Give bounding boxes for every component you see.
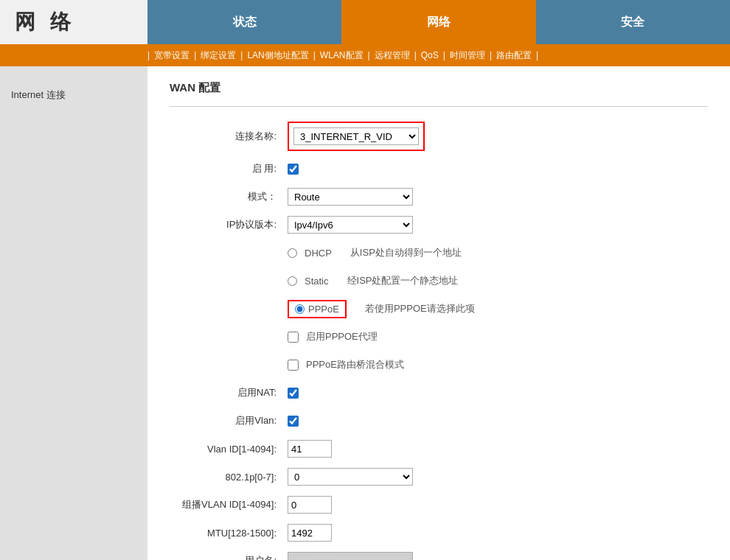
- pppoe-bridge-checkbox[interactable]: [288, 360, 299, 371]
- sidebar: Internet 连接: [0, 66, 147, 560]
- enable-checkbox[interactable]: [288, 164, 299, 175]
- connection-name-select[interactable]: 3_INTERNET_R_VID: [293, 127, 419, 145]
- dot1p-select[interactable]: 0 1 2 3 4 5 6 7: [288, 468, 413, 486]
- highlight-connection-name: 3_INTERNET_R_VID: [288, 122, 425, 151]
- nav-tab-status[interactable]: 状态: [147, 0, 341, 44]
- logo: 网 络: [0, 0, 147, 44]
- mtu-input[interactable]: [288, 524, 332, 542]
- username-label: 用户名:: [170, 554, 288, 560]
- ip-protocol-row: IP协议版本: Ipv4/Ipv6 Ipv4 Ipv6: [170, 214, 708, 235]
- connection-name-row: 连接名称: 3_INTERNET_R_VID: [170, 122, 708, 151]
- subnav-broadband[interactable]: 宽带设置: [150, 49, 194, 62]
- nat-checkbox[interactable]: [288, 388, 299, 399]
- pppoe-proxy-row: 启用PPPOE代理: [170, 326, 708, 347]
- mode-label: 模式：: [170, 190, 288, 203]
- mtu-label: MTU[128-1500]:: [170, 528, 288, 539]
- connection-name-label: 连接名称:: [170, 130, 288, 143]
- logo-text: 网 络: [15, 8, 75, 36]
- subnav-time[interactable]: 时间管理: [445, 49, 490, 62]
- mode-select[interactable]: Route Bridge: [288, 188, 413, 206]
- subnav-route[interactable]: 路由配置: [492, 49, 536, 62]
- pppoe-proxy-checkbox[interactable]: [288, 332, 299, 343]
- dhcp-label: DHCP: [305, 248, 332, 259]
- pppoe-bridge-desc: PPPoE路由桥混合模式: [306, 358, 404, 371]
- username-row: 用户名:: [170, 550, 708, 560]
- nat-label: 启用NAT:: [170, 386, 288, 399]
- pppoe-label: PPPoE: [308, 304, 339, 315]
- nav-tabs: 状态 网络 安全: [147, 0, 730, 44]
- username-input[interactable]: [288, 552, 413, 560]
- vlan-enable-label: 启用Vlan:: [170, 414, 288, 427]
- mtu-row: MTU[128-1500]:: [170, 522, 708, 543]
- subnav-remote[interactable]: 远程管理: [370, 49, 414, 62]
- content-area: WAN 配置 连接名称: 3_INTERNET_R_VID 启 用: 模式：: [147, 66, 730, 560]
- ip-protocol-select[interactable]: Ipv4/Ipv6 Ipv4 Ipv6: [288, 216, 413, 234]
- multicast-vlan-row: 组播VLAN ID[1-4094]:: [170, 494, 708, 515]
- subnav-binding[interactable]: 绑定设置: [196, 49, 240, 62]
- ip-protocol-label: IP协议版本:: [170, 218, 288, 231]
- nat-row: 启用NAT:: [170, 382, 708, 403]
- subnav-lan-addr[interactable]: LAN侧地址配置: [243, 49, 313, 62]
- vlan-id-row: Vlan ID[1-4094]:: [170, 438, 708, 459]
- vlan-id-input[interactable]: [288, 440, 332, 458]
- dhcp-desc: 从ISP处自动得到一个地址: [350, 246, 462, 259]
- subnav-wlan[interactable]: WLAN配置: [316, 49, 368, 62]
- pppoe-bridge-row: PPPoE路由桥混合模式: [170, 354, 708, 375]
- connection-name-value: 3_INTERNET_R_VID: [288, 122, 425, 151]
- vlan-enable-checkbox[interactable]: [288, 416, 299, 427]
- dot1p-row: 802.1p[0-7]: 0 1 2 3 4 5 6 7: [170, 466, 708, 487]
- pppoe-proxy-desc: 启用PPPOE代理: [306, 330, 378, 343]
- static-radio[interactable]: [288, 276, 297, 286]
- multicast-vlan-input[interactable]: [288, 496, 332, 514]
- dhcp-row: DHCP 从ISP处自动得到一个地址: [170, 242, 708, 263]
- sidebar-item-internet[interactable]: Internet 连接: [0, 81, 147, 109]
- pppoe-highlight-box: PPPoE: [288, 300, 347, 318]
- static-row: Static 经ISP处配置一个静态地址: [170, 270, 708, 291]
- vlan-id-label: Vlan ID[1-4094]:: [170, 444, 288, 455]
- dhcp-radio[interactable]: [288, 248, 297, 258]
- page-title: WAN 配置: [170, 81, 708, 95]
- pppoe-radio[interactable]: [295, 304, 305, 314]
- sub-nav: | 宽带设置 | 绑定设置 | LAN侧地址配置 | WLAN配置 | 远程管理…: [0, 44, 730, 66]
- pppoe-desc: 若使用PPPOE请选择此项: [365, 302, 475, 315]
- mode-row: 模式： Route Bridge: [170, 186, 708, 207]
- enable-row: 启 用:: [170, 158, 708, 179]
- static-desc: 经ISP处配置一个静态地址: [347, 274, 459, 287]
- vlan-enable-row: 启用Vlan:: [170, 410, 708, 431]
- multicast-vlan-label: 组播VLAN ID[1-4094]:: [170, 498, 288, 511]
- enable-label: 启 用:: [170, 162, 288, 175]
- nav-tab-security[interactable]: 安全: [536, 0, 730, 44]
- subnav-qos[interactable]: QoS: [417, 50, 443, 60]
- pppoe-row: PPPoE 若使用PPPOE请选择此项: [170, 298, 708, 319]
- static-label: Static: [305, 276, 329, 287]
- dot1p-label: 802.1p[0-7]:: [170, 472, 288, 483]
- nav-tab-network[interactable]: 网络: [341, 0, 535, 44]
- divider: [170, 106, 708, 107]
